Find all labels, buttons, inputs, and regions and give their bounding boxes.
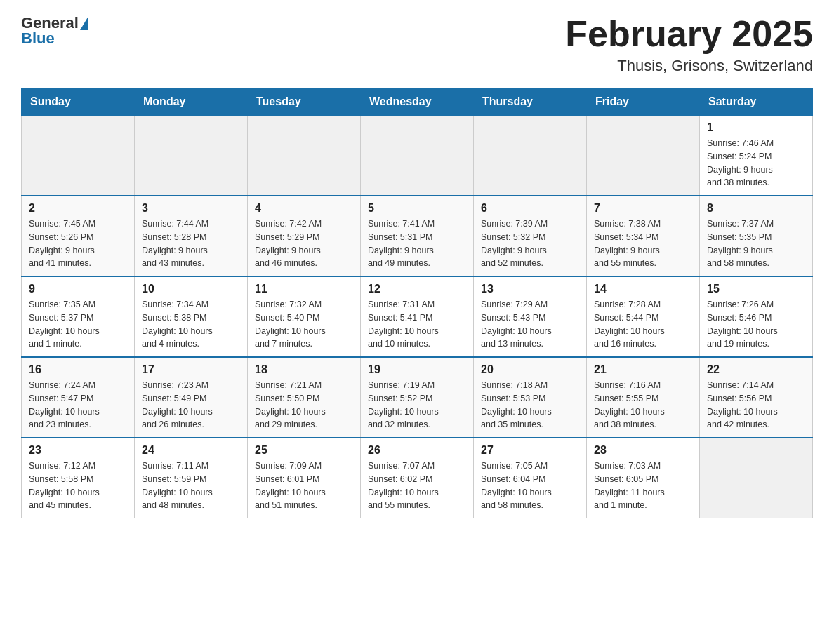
day-number: 14: [594, 283, 692, 295]
day-info: Sunrise: 7:26 AM Sunset: 5:46 PM Dayligh…: [707, 298, 805, 351]
calendar-cell: 1Sunrise: 7:46 AM Sunset: 5:24 PM Daylig…: [700, 116, 813, 196]
calendar-cell: [587, 116, 700, 196]
day-number: 1: [707, 121, 805, 134]
day-info: Sunrise: 7:09 AM Sunset: 6:01 PM Dayligh…: [255, 459, 353, 512]
calendar-cell: 16Sunrise: 7:24 AM Sunset: 5:47 PM Dayli…: [22, 357, 135, 438]
calendar-week-2: 2Sunrise: 7:45 AM Sunset: 5:26 PM Daylig…: [22, 196, 813, 276]
day-number: 22: [707, 363, 805, 376]
calendar-cell: 5Sunrise: 7:41 AM Sunset: 5:31 PM Daylig…: [361, 196, 474, 276]
day-info: Sunrise: 7:24 AM Sunset: 5:47 PM Dayligh…: [29, 379, 127, 431]
calendar-table: SundayMondayTuesdayWednesdayThursdayFrid…: [21, 88, 813, 518]
calendar-cell: 23Sunrise: 7:12 AM Sunset: 5:58 PM Dayli…: [22, 438, 135, 518]
calendar-cell: [361, 116, 474, 196]
days-of-week-row: SundayMondayTuesdayWednesdayThursdayFrid…: [22, 88, 813, 116]
day-number: 2: [29, 202, 127, 215]
page-subtitle: Thusis, Grisons, Switzerland: [565, 57, 813, 75]
calendar-cell: 12Sunrise: 7:31 AM Sunset: 5:41 PM Dayli…: [361, 276, 474, 357]
day-info: Sunrise: 7:34 AM Sunset: 5:38 PM Dayligh…: [142, 298, 240, 351]
calendar-cell: 14Sunrise: 7:28 AM Sunset: 5:44 PM Dayli…: [587, 276, 700, 357]
calendar-cell: 19Sunrise: 7:19 AM Sunset: 5:52 PM Dayli…: [361, 357, 474, 438]
calendar-cell: 25Sunrise: 7:09 AM Sunset: 6:01 PM Dayli…: [248, 438, 361, 518]
day-info: Sunrise: 7:23 AM Sunset: 5:49 PM Dayligh…: [142, 379, 240, 431]
day-number: 8: [707, 202, 805, 215]
page-title: February 2025: [565, 14, 813, 54]
day-number: 11: [255, 283, 353, 295]
day-of-week-wednesday: Wednesday: [361, 88, 474, 116]
calendar-cell: 15Sunrise: 7:26 AM Sunset: 5:46 PM Dayli…: [700, 276, 813, 357]
day-of-week-friday: Friday: [587, 88, 700, 116]
calendar-cell: 3Sunrise: 7:44 AM Sunset: 5:28 PM Daylig…: [135, 196, 248, 276]
day-of-week-monday: Monday: [135, 88, 248, 116]
day-info: Sunrise: 7:39 AM Sunset: 5:32 PM Dayligh…: [481, 217, 579, 270]
calendar-cell: 4Sunrise: 7:42 AM Sunset: 5:29 PM Daylig…: [248, 196, 361, 276]
calendar-week-4: 16Sunrise: 7:24 AM Sunset: 5:47 PM Dayli…: [22, 357, 813, 438]
day-of-week-sunday: Sunday: [22, 88, 135, 116]
day-number: 17: [142, 363, 240, 376]
calendar-week-3: 9Sunrise: 7:35 AM Sunset: 5:37 PM Daylig…: [22, 276, 813, 357]
calendar-week-1: 1Sunrise: 7:46 AM Sunset: 5:24 PM Daylig…: [22, 116, 813, 196]
calendar-cell: 26Sunrise: 7:07 AM Sunset: 6:02 PM Dayli…: [361, 438, 474, 518]
calendar-body: 1Sunrise: 7:46 AM Sunset: 5:24 PM Daylig…: [22, 116, 813, 518]
calendar-cell: 6Sunrise: 7:39 AM Sunset: 5:32 PM Daylig…: [474, 196, 587, 276]
calendar-cell: 17Sunrise: 7:23 AM Sunset: 5:49 PM Dayli…: [135, 357, 248, 438]
calendar-cell: [474, 116, 587, 196]
day-info: Sunrise: 7:03 AM Sunset: 6:05 PM Dayligh…: [594, 459, 692, 512]
day-number: 28: [594, 444, 692, 457]
day-number: 19: [368, 363, 466, 376]
logo-triangle-icon: [80, 16, 88, 30]
day-info: Sunrise: 7:31 AM Sunset: 5:41 PM Dayligh…: [368, 298, 466, 351]
day-info: Sunrise: 7:29 AM Sunset: 5:43 PM Dayligh…: [481, 298, 579, 351]
day-info: Sunrise: 7:18 AM Sunset: 5:53 PM Dayligh…: [481, 379, 579, 431]
day-number: 18: [255, 363, 353, 376]
calendar-cell: 22Sunrise: 7:14 AM Sunset: 5:56 PM Dayli…: [700, 357, 813, 438]
day-of-week-saturday: Saturday: [700, 88, 813, 116]
day-number: 13: [481, 283, 579, 295]
day-of-week-thursday: Thursday: [474, 88, 587, 116]
calendar-cell: 7Sunrise: 7:38 AM Sunset: 5:34 PM Daylig…: [587, 196, 700, 276]
day-number: 15: [707, 283, 805, 295]
day-info: Sunrise: 7:42 AM Sunset: 5:29 PM Dayligh…: [255, 217, 353, 270]
calendar-cell: 27Sunrise: 7:05 AM Sunset: 6:04 PM Dayli…: [474, 438, 587, 518]
day-info: Sunrise: 7:38 AM Sunset: 5:34 PM Dayligh…: [594, 217, 692, 270]
calendar-cell: 2Sunrise: 7:45 AM Sunset: 5:26 PM Daylig…: [22, 196, 135, 276]
day-info: Sunrise: 7:21 AM Sunset: 5:50 PM Dayligh…: [255, 379, 353, 431]
day-number: 27: [481, 444, 579, 457]
day-info: Sunrise: 7:05 AM Sunset: 6:04 PM Dayligh…: [481, 459, 579, 512]
calendar-cell: [135, 116, 248, 196]
calendar-cell: 21Sunrise: 7:16 AM Sunset: 5:55 PM Dayli…: [587, 357, 700, 438]
day-number: 4: [255, 202, 353, 215]
calendar-cell: 9Sunrise: 7:35 AM Sunset: 5:37 PM Daylig…: [22, 276, 135, 357]
calendar-cell: 11Sunrise: 7:32 AM Sunset: 5:40 PM Dayli…: [248, 276, 361, 357]
title-block: February 2025 Thusis, Grisons, Switzerla…: [565, 14, 813, 75]
calendar-cell: [248, 116, 361, 196]
day-info: Sunrise: 7:16 AM Sunset: 5:55 PM Dayligh…: [594, 379, 692, 431]
day-info: Sunrise: 7:32 AM Sunset: 5:40 PM Dayligh…: [255, 298, 353, 351]
day-number: 9: [29, 283, 127, 295]
day-info: Sunrise: 7:28 AM Sunset: 5:44 PM Dayligh…: [594, 298, 692, 351]
logo-text-blue: Blue: [21, 29, 88, 48]
day-number: 7: [594, 202, 692, 215]
day-info: Sunrise: 7:12 AM Sunset: 5:58 PM Dayligh…: [29, 459, 127, 512]
calendar-cell: 28Sunrise: 7:03 AM Sunset: 6:05 PM Dayli…: [587, 438, 700, 518]
day-info: Sunrise: 7:37 AM Sunset: 5:35 PM Dayligh…: [707, 217, 805, 270]
day-info: Sunrise: 7:14 AM Sunset: 5:56 PM Dayligh…: [707, 379, 805, 431]
calendar-week-5: 23Sunrise: 7:12 AM Sunset: 5:58 PM Dayli…: [22, 438, 813, 518]
day-info: Sunrise: 7:45 AM Sunset: 5:26 PM Dayligh…: [29, 217, 127, 270]
calendar-cell: 8Sunrise: 7:37 AM Sunset: 5:35 PM Daylig…: [700, 196, 813, 276]
calendar-cell: 24Sunrise: 7:11 AM Sunset: 5:59 PM Dayli…: [135, 438, 248, 518]
day-number: 21: [594, 363, 692, 376]
calendar-cell: 20Sunrise: 7:18 AM Sunset: 5:53 PM Dayli…: [474, 357, 587, 438]
day-info: Sunrise: 7:44 AM Sunset: 5:28 PM Dayligh…: [142, 217, 240, 270]
day-number: 12: [368, 283, 466, 295]
day-info: Sunrise: 7:11 AM Sunset: 5:59 PM Dayligh…: [142, 459, 240, 512]
day-number: 5: [368, 202, 466, 215]
day-info: Sunrise: 7:19 AM Sunset: 5:52 PM Dayligh…: [368, 379, 466, 431]
day-number: 20: [481, 363, 579, 376]
calendar-cell: 18Sunrise: 7:21 AM Sunset: 5:50 PM Dayli…: [248, 357, 361, 438]
day-of-week-tuesday: Tuesday: [248, 88, 361, 116]
day-number: 10: [142, 283, 240, 295]
calendar-header: SundayMondayTuesdayWednesdayThursdayFrid…: [22, 88, 813, 116]
day-info: Sunrise: 7:46 AM Sunset: 5:24 PM Dayligh…: [707, 137, 805, 189]
calendar-cell: [22, 116, 135, 196]
day-info: Sunrise: 7:35 AM Sunset: 5:37 PM Dayligh…: [29, 298, 127, 351]
